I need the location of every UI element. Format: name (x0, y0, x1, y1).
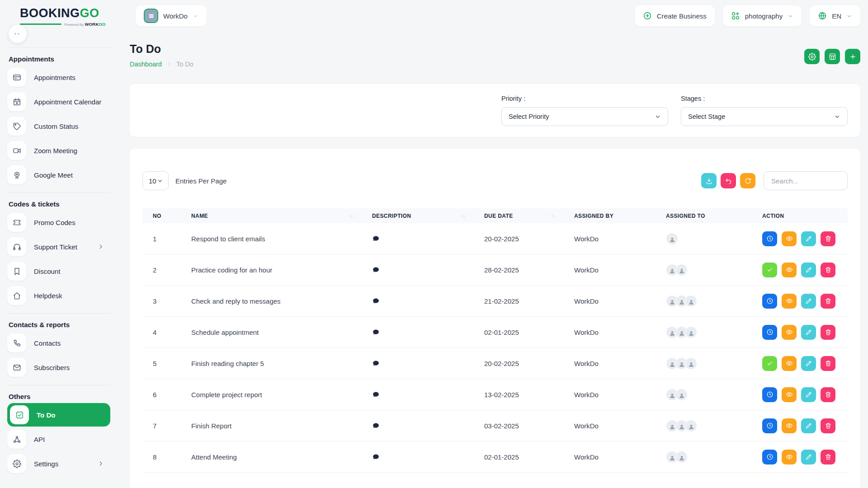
column-header-due-date[interactable]: DUE DATE↑↓ (474, 213, 564, 219)
main-content: To Do Dashboard To Do Priority : Select … (130, 32, 860, 488)
sidebar-item-label: Subscribers (34, 364, 110, 371)
phone-icon (7, 333, 26, 352)
view-button[interactable] (782, 356, 797, 371)
column-header-description[interactable]: DESCRIPTION↑↓ (362, 213, 474, 219)
sidebar-item-appointments[interactable]: Appointments (7, 66, 110, 89)
sidebar: BOOKINGGO Powered By WORKDO ·· Appointme… (0, 0, 118, 488)
edit-button[interactable] (801, 294, 816, 309)
page-actions (804, 49, 860, 64)
comment-icon[interactable] (372, 266, 380, 274)
comment-icon[interactable] (372, 360, 380, 367)
sidebar-item-api[interactable]: API (7, 427, 110, 451)
chevron-right-icon (98, 244, 104, 250)
sidebar-item-zoom-meeting[interactable]: Zoom Meeting (7, 139, 110, 162)
sidebar-item-contacts[interactable]: Contacts (7, 331, 110, 355)
delete-button[interactable] (821, 294, 835, 309)
reset-button[interactable] (721, 173, 736, 188)
comment-icon[interactable] (372, 391, 380, 399)
column-header-name[interactable]: NAME↑↓ (181, 213, 362, 219)
comment-icon[interactable] (372, 453, 380, 461)
sidebar-item-custom-status[interactable]: Custom Status (7, 114, 110, 138)
chevron-down-icon (788, 13, 793, 19)
table-row: 4Schedule appointment02-01-2025WorkDo (142, 317, 848, 348)
priority-select[interactable]: Select Priority (501, 107, 668, 126)
view-button[interactable] (782, 387, 797, 402)
todo-table-card: 10 Entries Per Page NONAME↑↓DESCRIPTION↑… (130, 149, 860, 488)
chevron-down-icon (846, 13, 852, 19)
edit-button[interactable] (801, 418, 816, 433)
delete-button[interactable] (821, 450, 835, 465)
delete-button[interactable] (821, 263, 835, 277)
chevron-right-icon (166, 61, 172, 67)
edit-button[interactable] (801, 450, 816, 465)
brand-logo[interactable]: BOOKINGGO Powered By WORKDO (20, 6, 106, 27)
task-name: Respond to client emails (181, 235, 362, 243)
edit-button[interactable] (801, 325, 816, 340)
delete-button[interactable] (821, 356, 835, 371)
entries-per-page-select[interactable]: 10 (142, 171, 169, 190)
view-button[interactable] (782, 418, 797, 433)
grid-view-button[interactable] (825, 49, 840, 64)
comment-icon[interactable] (372, 235, 380, 243)
stage-select[interactable]: Select Stage (681, 107, 848, 126)
sidebar-item-promo-codes[interactable]: Promo Codes (7, 211, 110, 234)
edit-button[interactable] (801, 263, 816, 277)
settings-button[interactable] (804, 49, 820, 64)
sidebar-item-helpdesk[interactable]: Helpdesk (7, 284, 110, 307)
edit-button[interactable] (801, 231, 816, 246)
view-button[interactable] (782, 294, 797, 309)
sidebar-item-discount[interactable]: Discount (7, 259, 110, 283)
category-selector[interactable]: photography (723, 5, 802, 26)
view-button[interactable] (782, 325, 797, 340)
edit-button[interactable] (801, 387, 816, 402)
row-actions (752, 356, 848, 371)
schedule-button[interactable] (762, 450, 777, 465)
view-button[interactable] (782, 450, 797, 465)
complete-button[interactable] (762, 356, 777, 371)
sort-icon[interactable]: ↑↓ (551, 213, 555, 218)
assignee-avatars (656, 264, 752, 276)
task-name: Finish reading chapter 5 (181, 360, 362, 367)
description-cell (362, 360, 474, 367)
sort-icon[interactable]: ↑↓ (349, 213, 353, 218)
language-selector[interactable]: EN (810, 5, 860, 26)
row-actions (752, 231, 848, 246)
schedule-button[interactable] (762, 294, 777, 309)
business-name: WorkDo (163, 12, 188, 20)
search-input[interactable] (764, 171, 848, 190)
refresh-button[interactable] (740, 173, 755, 188)
view-button[interactable] (782, 263, 797, 277)
row-number: 4 (142, 328, 181, 336)
schedule-button[interactable] (762, 418, 777, 433)
comment-icon[interactable] (372, 297, 380, 305)
sidebar-toggle-button[interactable]: ·· (9, 25, 27, 43)
schedule-button[interactable] (762, 387, 777, 402)
delete-button[interactable] (821, 231, 835, 246)
schedule-button[interactable] (762, 231, 777, 246)
breadcrumb-dashboard-link[interactable]: Dashboard (130, 61, 162, 68)
delete-button[interactable] (821, 325, 835, 340)
delete-button[interactable] (821, 418, 835, 433)
sidebar-item-to-do[interactable]: To Do (7, 403, 110, 427)
edit-button[interactable] (801, 356, 816, 371)
export-button[interactable] (701, 173, 717, 188)
schedule-button[interactable] (762, 325, 777, 340)
business-selector[interactable]: WorkDo (136, 5, 207, 26)
column-header-assigned-by: ASSIGNED BY (564, 213, 656, 219)
add-todo-button[interactable] (845, 49, 860, 64)
sidebar-item-google-meet[interactable]: Google Meet (7, 163, 110, 187)
sidebar-item-support-ticket[interactable]: Support Ticket (7, 235, 110, 258)
view-button[interactable] (782, 231, 797, 246)
sidebar-item-subscribers[interactable]: Subscribers (7, 356, 110, 379)
sidebar-item-settings[interactable]: Settings (7, 452, 110, 475)
create-business-button[interactable]: Create Business (635, 5, 715, 26)
comment-icon[interactable] (372, 422, 380, 430)
sort-icon[interactable]: ↑↓ (461, 213, 465, 218)
task-name: Complete project report (181, 391, 362, 399)
assigned-by: WorkDo (564, 328, 656, 336)
complete-button[interactable] (762, 263, 777, 277)
comment-icon[interactable] (372, 328, 380, 336)
breadcrumb: Dashboard To Do (130, 61, 193, 68)
sidebar-item-appointment-calendar[interactable]: Appointment Calendar (7, 90, 110, 113)
delete-button[interactable] (821, 387, 835, 402)
